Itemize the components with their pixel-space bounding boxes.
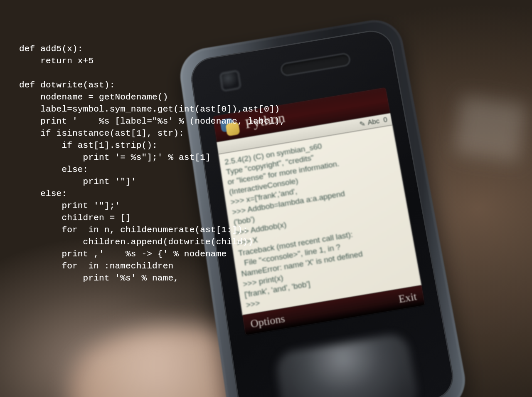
softkey-right[interactable]: Exit: [397, 290, 418, 305]
edit-icon: ✎: [359, 119, 366, 129]
background-paper-blur: [453, 96, 527, 163]
input-mode: Abc: [367, 117, 380, 127]
code-overlay: def add5(x): return x+5 def dotwrite(ast…: [19, 43, 285, 284]
counter: 0: [383, 116, 388, 124]
softkey-left[interactable]: Options: [250, 312, 286, 330]
scene: Python ✎ Abc 0 2.5.4(2) (C) on symbian_s…: [0, 0, 532, 397]
